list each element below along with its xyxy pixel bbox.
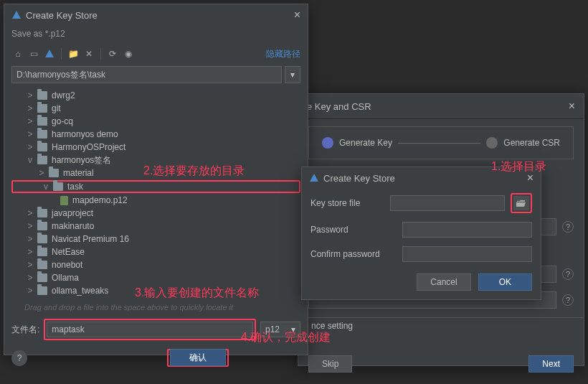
chevron-icon[interactable]: > bbox=[26, 116, 34, 126]
inner-titlebar: Create Key Store × bbox=[302, 167, 541, 189]
info-icon[interactable]: ? bbox=[562, 221, 574, 233]
step-line bbox=[398, 143, 480, 144]
browse-highlight bbox=[511, 193, 532, 213]
project-icon[interactable] bbox=[43, 47, 56, 60]
chevron-icon[interactable]: > bbox=[26, 260, 34, 270]
tree-item-label: ollama_tweaks bbox=[50, 286, 108, 296]
folder-icon bbox=[37, 130, 47, 139]
step2-icon bbox=[486, 137, 498, 149]
filename-highlight bbox=[44, 319, 256, 340]
show-hidden-icon[interactable]: ◉ bbox=[122, 47, 135, 60]
folder-icon bbox=[37, 235, 47, 243]
confirm-button[interactable]: 确认 bbox=[170, 349, 226, 366]
tree-row[interactable]: >material bbox=[11, 167, 300, 179]
chevron-icon[interactable]: > bbox=[37, 168, 46, 178]
tree-item-label: mapdemo.p12 bbox=[71, 195, 128, 205]
path-input[interactable] bbox=[11, 66, 282, 83]
chevron-icon[interactable]: > bbox=[26, 273, 34, 283]
tree-row[interactable]: mapdemo.p12 bbox=[11, 194, 300, 207]
tree-item-label: go-cq bbox=[50, 116, 73, 126]
tree-row[interactable]: >git bbox=[11, 102, 300, 115]
path-row: ▾ bbox=[4, 63, 308, 86]
confirm-password-label: Confirm password bbox=[310, 249, 397, 259]
desktop-icon[interactable]: ▭ bbox=[27, 47, 40, 60]
refresh-icon[interactable]: ⟳ bbox=[106, 47, 119, 60]
key-csr-titlebar: e Key and CSR × bbox=[298, 94, 584, 119]
file-tree[interactable]: >dwrg2>git>go-cq>harmonyos demo>HarmonyO… bbox=[4, 86, 308, 301]
tree-row[interactable]: >ollama_tweaks bbox=[11, 284, 300, 297]
help-button[interactable]: ? bbox=[11, 350, 27, 366]
tree-row[interactable]: >NetEase bbox=[11, 245, 300, 258]
tree-item-label: task bbox=[66, 182, 83, 192]
step1-icon bbox=[322, 137, 333, 149]
save-as-label: Save as *.p12 bbox=[4, 26, 308, 45]
chevron-icon[interactable]: > bbox=[26, 90, 34, 100]
extension-value: p12 bbox=[265, 324, 280, 334]
stepper: Generate Key Generate CSR bbox=[308, 126, 574, 159]
chevron-icon[interactable]: > bbox=[26, 221, 34, 231]
hide-path-link[interactable]: 隐藏路径 bbox=[266, 48, 300, 60]
chevron-icon[interactable]: > bbox=[26, 129, 34, 139]
keystore-file-label: Key store file bbox=[310, 198, 384, 208]
cancel-button[interactable]: Cancel bbox=[417, 273, 470, 291]
chevron-icon[interactable]: > bbox=[26, 142, 34, 152]
tree-row[interactable]: >go-cq bbox=[11, 115, 300, 128]
tree-row[interactable]: >dwrg2 bbox=[11, 89, 300, 102]
next-button[interactable]: Next bbox=[528, 355, 574, 373]
folder-icon bbox=[37, 91, 47, 100]
chevron-icon[interactable]: > bbox=[26, 247, 34, 257]
close-icon[interactable]: × bbox=[569, 100, 575, 113]
password-row: Password bbox=[302, 217, 541, 242]
info-icon[interactable]: ? bbox=[562, 268, 574, 280]
password-label: Password bbox=[310, 225, 397, 235]
file-toolbar: ⌂ ▭ 📁 ✕ ⟳ ◉ 隐藏路径 bbox=[4, 45, 308, 63]
chevron-icon[interactable]: > bbox=[26, 103, 34, 113]
tree-row[interactable]: >Ollama bbox=[11, 271, 300, 284]
path-dropdown-button[interactable]: ▾ bbox=[285, 66, 300, 83]
folder-icon bbox=[53, 182, 63, 191]
chevron-icon[interactable]: > bbox=[26, 208, 34, 218]
folder-icon bbox=[37, 156, 47, 164]
tree-row[interactable]: >makinaruto bbox=[11, 220, 300, 233]
tree-row[interactable]: vtask bbox=[11, 180, 300, 193]
password-input[interactable] bbox=[402, 222, 532, 238]
tree-row[interactable]: >javaproject bbox=[11, 207, 300, 220]
tree-item-label: harmonyos demo bbox=[50, 129, 118, 139]
chevron-icon[interactable]: > bbox=[26, 286, 34, 296]
ok-button[interactable]: OK bbox=[478, 273, 532, 291]
file-chooser-dialog: Create Key Store × Save as *.p12 ⌂ ▭ 📁 ✕… bbox=[4, 4, 308, 355]
info-icon[interactable]: ? bbox=[562, 294, 574, 306]
tree-row[interactable]: >HarmonyOSProject bbox=[11, 141, 300, 154]
delete-icon[interactable]: ✕ bbox=[82, 47, 95, 60]
filename-input[interactable] bbox=[47, 322, 253, 337]
tree-row[interactable]: >harmonyos demo bbox=[11, 128, 300, 141]
keystore-file-row: Key store file bbox=[302, 189, 541, 217]
folder-icon bbox=[37, 143, 47, 151]
chevron-icon[interactable]: v bbox=[42, 182, 50, 192]
folder-icon bbox=[49, 169, 59, 177]
tree-item-label: HarmonyOSProject bbox=[50, 142, 125, 152]
extension-select[interactable]: p12▾ bbox=[260, 322, 300, 337]
new-folder-icon[interactable]: 📁 bbox=[67, 47, 80, 60]
right-bottom-bar: Skip Next bbox=[298, 347, 584, 381]
folder-icon bbox=[37, 286, 47, 295]
close-icon[interactable]: × bbox=[294, 9, 300, 22]
file-chooser-titlebar: Create Key Store × bbox=[4, 4, 308, 26]
tree-item-label: harmonyos签名 bbox=[50, 154, 111, 167]
tree-item-label: dwrg2 bbox=[50, 90, 75, 100]
filename-label: 文件名: bbox=[11, 324, 39, 336]
confirm-password-input[interactable] bbox=[402, 246, 532, 262]
file-chooser-title: Create Key Store bbox=[26, 10, 290, 21]
keystore-file-input[interactable] bbox=[390, 195, 505, 211]
browse-button[interactable] bbox=[513, 196, 529, 210]
skip-button[interactable]: Skip bbox=[308, 355, 352, 373]
home-icon[interactable]: ⌂ bbox=[11, 47, 24, 60]
chevron-icon[interactable]: > bbox=[26, 234, 34, 244]
tree-row[interactable]: >nonebot bbox=[11, 258, 300, 271]
create-keystore-inner-dialog: Create Key Store × Key store file Passwo… bbox=[301, 167, 541, 300]
close-icon[interactable]: × bbox=[527, 172, 534, 184]
folder-icon bbox=[37, 261, 47, 269]
tree-row[interactable]: vharmonyos签名 bbox=[11, 154, 300, 167]
tree-row[interactable]: >Navicat Premium 16 bbox=[11, 233, 300, 245]
chevron-icon[interactable]: v bbox=[26, 155, 34, 165]
